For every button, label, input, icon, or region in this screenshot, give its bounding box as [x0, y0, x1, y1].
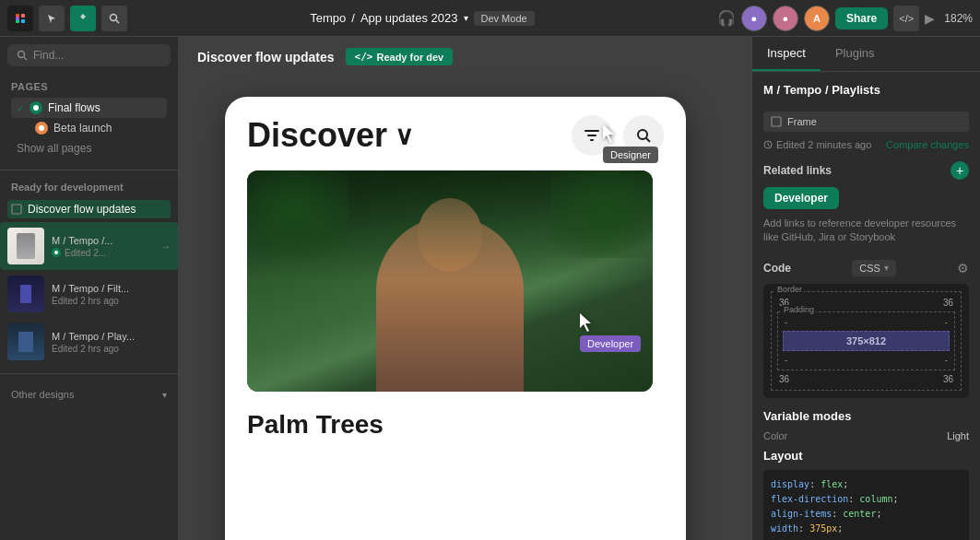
canvas-header: Discover flow updates </> Ready for dev: [179, 37, 751, 76]
code-display-prop: display: [771, 479, 809, 489]
box-model-diagram: Border 36 36 Padding - - 3: [763, 284, 969, 398]
breadcrumb-app: Tempo: [310, 11, 346, 25]
avatar-user2[interactable]: ●: [773, 6, 798, 31]
design-edited-1: Edited 2...: [65, 248, 106, 258]
compare-changes-link[interactable]: Compare changes: [886, 139, 969, 150]
svg-point-7: [18, 52, 25, 58]
play-button[interactable]: ▶: [925, 11, 935, 26]
page-name-final-flows: Final flows: [48, 101, 100, 114]
code-lang-value: CSS: [859, 263, 880, 274]
padding-dash-left: -: [785, 317, 787, 327]
tab-inspect[interactable]: Inspect: [752, 37, 821, 71]
topbar-right: 🎧 ● ● A Share </> ▶ 182%: [717, 6, 973, 31]
layout-title: Layout: [763, 449, 969, 463]
cursor-developer: Developer: [580, 313, 641, 352]
page-name-beta-launch: Beta launch: [53, 122, 112, 135]
developer-tooltip: Developer: [763, 187, 839, 209]
padding-dash-bottom-left: -: [785, 355, 787, 365]
code-direction-val: column: [859, 494, 892, 504]
zoom-level: 182%: [944, 12, 973, 25]
ready-for-dev-header: Ready for development: [0, 178, 178, 196]
phone-album-image: [247, 170, 653, 392]
design-name-1: M / Tempo /...: [52, 235, 154, 246]
design-edited-3: Edited 2 hrs ago: [52, 344, 119, 354]
related-links-desc: Add links to reference developer resourc…: [763, 217, 969, 245]
code-display-val: flex: [821, 479, 843, 489]
frame-badge: Frame: [763, 112, 969, 132]
page-dot-orange: [35, 122, 48, 135]
flow-name: Discover flow updates: [28, 203, 136, 216]
phone-song-title: Palm Trees: [225, 392, 686, 440]
other-designs-section[interactable]: Other designs ▾: [0, 382, 178, 407]
design-info-2: M / Tempo / Filt... Edited 2 hrs ago: [52, 283, 171, 306]
design-card-1[interactable]: M / Tempo /... Edited 2... →: [0, 222, 178, 270]
box-border-right: 36: [943, 298, 953, 308]
box-border-bottom: 36: [779, 374, 789, 384]
flow-item-discover[interactable]: Discover flow updates: [0, 196, 178, 222]
breadcrumb-dropdown[interactable]: ▾: [464, 13, 468, 23]
arrow-icon-1: →: [161, 241, 171, 252]
padding-top-row: - -: [781, 315, 951, 329]
box-border-bottom-row: 36 36: [775, 372, 957, 386]
avatar-user1[interactable]: ●: [741, 6, 767, 31]
search-placeholder: Find...: [33, 49, 64, 62]
ready-badge-code-icon: </>: [355, 51, 373, 63]
svg-line-6: [116, 20, 119, 23]
design-info-1: M / Tempo /... Edited 2...: [52, 235, 154, 258]
cursor-designer: Designer: [603, 124, 658, 163]
code-width-val: 375px: [809, 523, 837, 534]
breadcrumb-project[interactable]: App updates 2023: [360, 11, 458, 25]
ready-dev-label: Ready for development: [11, 182, 124, 193]
avatar-user3[interactable]: A: [804, 6, 830, 31]
code-header: Code CSS ▾ ⚙: [763, 260, 969, 276]
code-label: Code: [763, 262, 791, 275]
divider-2: [0, 373, 178, 374]
design-status-dot-1: [52, 248, 61, 257]
add-link-button[interactable]: +: [950, 161, 969, 180]
svg-rect-9: [12, 205, 21, 214]
code-settings-icon[interactable]: ⚙: [957, 261, 969, 276]
code-align-prop: align-items: [771, 509, 832, 519]
page-item-final-flows[interactable]: ✓ Final flows: [11, 98, 167, 118]
design-card-2[interactable]: M / Tempo / Filt... Edited 2 hrs ago: [0, 270, 178, 318]
design-thumb-1: [7, 228, 44, 264]
design-meta-1: Edited 2...: [52, 248, 154, 258]
search-area: Find...: [0, 37, 178, 74]
share-button[interactable]: Share: [835, 7, 888, 29]
layout-code-block: display: flex; flex-direction: column; a…: [763, 470, 969, 540]
cursor-tool[interactable]: [39, 6, 65, 31]
padding-label: Padding: [782, 305, 816, 314]
related-links-header: Related links +: [763, 161, 969, 180]
variable-modes-title: Variable modes: [763, 409, 969, 423]
dev-mode-badge: Dev Mode: [474, 11, 535, 26]
box-padding-area: Padding - - 375×812 - -: [777, 311, 955, 370]
color-var-label: Color: [763, 430, 787, 441]
box-border-label: Border: [775, 285, 804, 294]
discover-chevron-icon: ∨: [395, 121, 414, 151]
canvas-area: Discover flow updates </> Ready for dev …: [179, 37, 751, 540]
pen-tool[interactable]: [70, 6, 96, 31]
code-view-button[interactable]: </>: [893, 6, 919, 31]
show-all-pages[interactable]: Show all pages: [11, 138, 167, 158]
tab-plugins[interactable]: Plugins: [821, 37, 890, 71]
discover-text: Discover: [247, 116, 387, 155]
designer-cursor-label: Designer: [603, 147, 658, 163]
right-panel: Inspect Plugins M / Tempo / Playlists Fr…: [751, 37, 980, 540]
design-card-3[interactable]: M / Tempo / Play... Edited 2 hrs ago: [0, 318, 178, 366]
padding-bottom-row: - -: [781, 353, 951, 367]
design-thumb-2: [7, 276, 44, 312]
code-lang-selector[interactable]: CSS ▾: [852, 260, 896, 276]
pages-label: Pages: [11, 81, 167, 92]
variable-modes-section: Variable modes Color Light: [763, 409, 969, 441]
svg-line-8: [24, 57, 27, 60]
search-tool-btn[interactable]: [101, 6, 127, 31]
headphones-icon[interactable]: 🎧: [717, 9, 736, 27]
search-bar[interactable]: Find...: [7, 44, 171, 66]
related-links-section: Related links + Developer Add links to r…: [763, 161, 969, 245]
design-name-3: M / Tempo / Play...: [52, 331, 171, 342]
show-all-label: Show all pages: [17, 142, 91, 155]
other-designs-label: Other designs: [11, 389, 74, 400]
figma-logo[interactable]: [7, 6, 33, 31]
pages-section: Pages ✓ Final flows Beta launch Show all…: [0, 74, 178, 162]
page-item-beta-launch[interactable]: Beta launch: [11, 118, 167, 138]
